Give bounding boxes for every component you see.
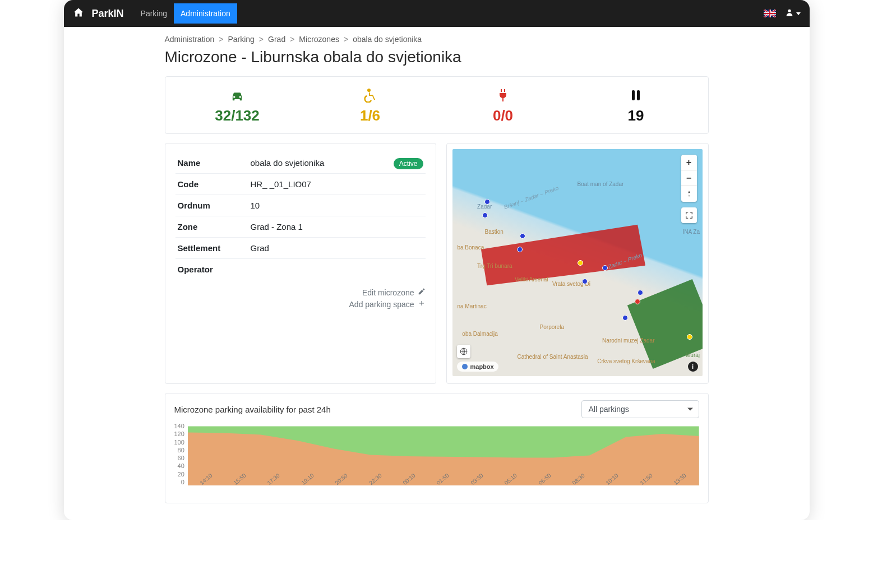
table-row: Name obala do svjetionika Active — [175, 152, 426, 174]
stat-car-value: 32/132 — [171, 107, 304, 124]
map-label: na Martinac — [457, 303, 486, 309]
breadcrumb-item[interactable]: Parking — [228, 35, 254, 44]
map-marker[interactable] — [602, 265, 608, 271]
info-label: Code — [175, 174, 248, 195]
map-surface[interactable]: Boat man of Zadar Zadar ba Bonaca Bastio… — [452, 149, 703, 376]
map-label: Cathedral of Saint Anastasia — [517, 354, 588, 360]
chart-card: Microzone parking availability for past … — [165, 393, 709, 503]
stat-ev-value: 0/0 — [437, 107, 570, 124]
map-label: Veliki Arsenal — [515, 276, 548, 283]
add-parking-space-button[interactable]: Add parking space — [349, 299, 426, 309]
table-row: ZoneGrad - Zona 1 — [175, 216, 426, 238]
info-label: Name — [175, 152, 248, 174]
svg-point-1 — [788, 10, 791, 12]
user-icon — [785, 8, 794, 19]
map-marker[interactable] — [622, 315, 628, 321]
map-label: INA Za — [682, 229, 700, 235]
stats-card: 32/132 1/6 0/0 19 — [165, 76, 709, 134]
chart-x-axis: 14:1015:5017:3019:1020:5022:3000:1001:50… — [191, 488, 699, 494]
edit-label: Edit microzone — [362, 288, 414, 297]
breadcrumb-item[interactable]: Grad — [268, 35, 285, 44]
breadcrumb-item[interactable]: Microzones — [299, 35, 339, 44]
map-compass-button[interactable] — [681, 186, 697, 202]
nav-link-administration[interactable]: Administration — [174, 3, 237, 24]
map-label: Narodni muzej Zadar — [602, 337, 654, 344]
map-label: oba Dalmacija — [462, 331, 497, 337]
car-icon — [171, 87, 304, 104]
user-menu[interactable] — [785, 8, 801, 19]
chart-title: Microzone parking availability for past … — [174, 405, 331, 414]
stat-car: 32/132 — [171, 87, 304, 124]
info-value: obala do svjetionika — [248, 152, 372, 174]
map-label: Porporela — [540, 324, 564, 330]
page-title: Microzone - Liburnska obala do svjetioni… — [165, 48, 709, 66]
map-zone-occupied — [464, 168, 653, 323]
chart-y-axis: 140120100806040200 — [174, 423, 188, 485]
map-label: Muraj — [686, 352, 700, 358]
map-marker[interactable] — [638, 290, 643, 295]
info-value — [248, 259, 426, 280]
info-value: HR_ _01_LIO07 — [248, 174, 426, 195]
brand-label[interactable]: ParkIN — [92, 8, 124, 20]
language-flag-icon[interactable] — [764, 10, 776, 17]
table-row: Operator — [175, 259, 426, 280]
chevron-down-icon — [687, 408, 693, 411]
table-row: Ordnum10 — [175, 195, 426, 216]
info-value: 10 — [248, 195, 426, 216]
map-attribution[interactable]: mapbox — [457, 362, 498, 372]
map-marker[interactable] — [520, 233, 525, 239]
edit-microzone-button[interactable]: Edit microzone — [362, 288, 426, 297]
plug-icon — [437, 87, 570, 104]
info-label: Operator — [175, 259, 248, 280]
map-card: Boat man of Zadar Zadar ba Bonaca Bastio… — [446, 143, 709, 384]
add-label: Add parking space — [349, 300, 414, 309]
stat-barrier: 19 — [570, 87, 703, 124]
map-marker[interactable] — [687, 334, 692, 340]
barrier-icon — [570, 87, 703, 104]
map-info-button[interactable]: i — [688, 362, 698, 372]
info-label: Settlement — [175, 238, 248, 259]
map-globe-button[interactable] — [457, 345, 470, 358]
map-label: Zadar — [477, 203, 492, 210]
info-label: Zone — [175, 216, 248, 238]
map-label: Trg Tri bunara — [477, 263, 512, 269]
table-row: CodeHR_ _01_LIO07 — [175, 174, 426, 195]
map-zoom-out-button[interactable]: − — [681, 170, 697, 186]
top-navbar: ParkIN Parking Administration — [64, 0, 810, 27]
map-label: Crkva svetog Krševana — [597, 358, 655, 364]
chevron-down-icon — [796, 12, 801, 15]
map-label: Bastion — [484, 229, 503, 235]
wheelchair-icon — [304, 87, 437, 104]
map-zoom-in-button[interactable]: + — [681, 155, 697, 170]
stat-ev: 0/0 — [437, 87, 570, 124]
status-badge: Active — [394, 158, 423, 169]
map-zoom-group: + − — [681, 155, 697, 202]
table-row: SettlementGrad — [175, 238, 426, 259]
stat-accessible: 1/6 — [304, 87, 437, 124]
breadcrumb: Administration> Parking> Grad> Microzone… — [165, 35, 709, 44]
map-fullscreen-button[interactable] — [681, 207, 697, 223]
info-card: Name obala do svjetionika Active CodeHR_… — [165, 143, 436, 384]
map-marker[interactable] — [482, 212, 488, 218]
home-icon[interactable] — [73, 7, 92, 20]
edit-icon — [418, 288, 426, 297]
breadcrumb-item[interactable]: Administration — [165, 35, 215, 44]
info-label: Ordnum — [175, 195, 248, 216]
stat-accessible-value: 1/6 — [304, 107, 437, 124]
stat-barrier-value: 19 — [570, 107, 703, 124]
info-table: Name obala do svjetionika Active CodeHR_… — [175, 152, 426, 280]
svg-point-2 — [367, 89, 371, 92]
svg-rect-3 — [632, 90, 635, 100]
chart-filter-value: All parkings — [589, 405, 629, 414]
map-label: Bršanj – Zadar – Preko — [503, 185, 559, 211]
nav-link-parking[interactable]: Parking — [134, 3, 174, 24]
info-value: Grad - Zona 1 — [248, 216, 426, 238]
map-marker[interactable] — [578, 260, 583, 266]
chart-filter-select[interactable]: All parkings — [581, 400, 699, 418]
svg-rect-4 — [637, 90, 640, 100]
map-label: ba Bonaca — [457, 244, 484, 251]
svg-point-6 — [462, 364, 468, 369]
info-value: Grad — [248, 238, 426, 259]
breadcrumb-current: obala do svjetionika — [353, 35, 422, 44]
plus-icon — [418, 299, 426, 309]
